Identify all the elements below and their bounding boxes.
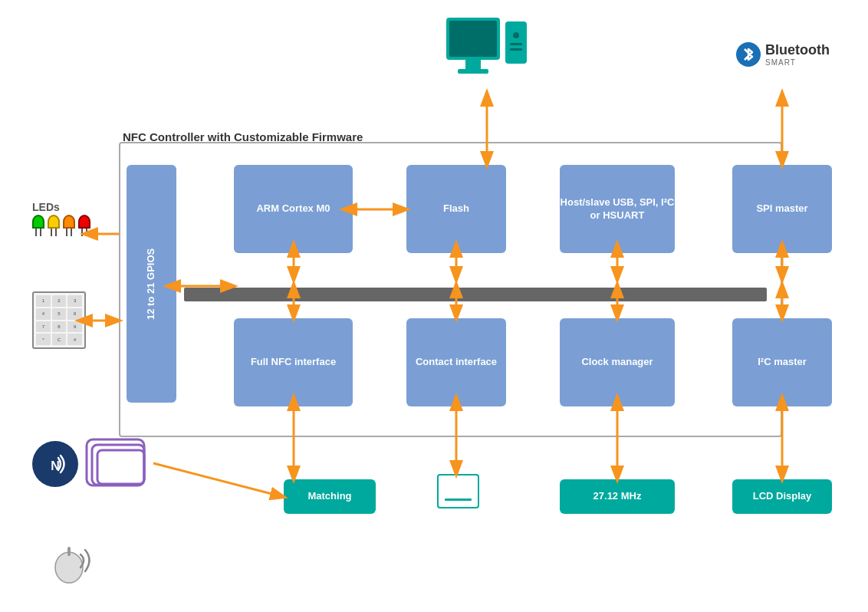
nfc-coils — [83, 428, 152, 497]
nfc-controller-label: NFC Controller with Customizable Firmwar… — [123, 130, 363, 143]
svg-rect-9 — [465, 60, 481, 69]
tap-icon — [42, 533, 104, 587]
svg-rect-10 — [458, 69, 488, 74]
led-orange — [63, 215, 75, 236]
spi-master-block: SPI master — [732, 165, 832, 253]
bus-line — [184, 288, 767, 301]
i2c-master-block: I²C master — [732, 318, 832, 406]
nfc-iface-block: Full NFC interface — [234, 318, 353, 406]
computer-icon — [442, 14, 531, 102]
led-container — [32, 215, 90, 236]
mhz-block: 27.12 MHz — [560, 479, 675, 514]
flash-block: Flash — [406, 165, 506, 253]
bluetooth-area: Bluetooth SMART — [736, 42, 830, 67]
led-yellow — [48, 215, 60, 236]
bluetooth-smart-label: SMART — [765, 58, 830, 67]
svg-point-5 — [55, 552, 83, 583]
bluetooth-icon — [736, 42, 761, 67]
svg-rect-13 — [510, 43, 522, 45]
nfc-logo: N — [32, 441, 78, 487]
svg-rect-4 — [97, 450, 144, 484]
lcd-block: LCD Display — [732, 479, 832, 514]
svg-rect-14 — [510, 48, 522, 51]
svg-line-33 — [153, 463, 284, 497]
gpio-block: 12 to 21 GPIOS — [127, 165, 176, 403]
led-green — [32, 215, 44, 236]
svg-rect-11 — [505, 21, 527, 64]
arm-block: ARM Cortex M0 — [234, 165, 353, 253]
diagram-container: NFC Controller with Customizable Firmwar… — [0, 0, 868, 612]
clock-block: Clock manager — [560, 318, 675, 406]
matching-block: Matching — [284, 479, 376, 514]
contact-block: Contact interface — [406, 318, 506, 406]
led-label: LEDs — [32, 201, 60, 213]
svg-rect-8 — [449, 21, 497, 57]
bluetooth-label: Bluetooth — [765, 42, 830, 58]
keypad: 1 2 3 4 5 6 7 8 9 * C # — [32, 291, 86, 349]
svg-point-12 — [513, 32, 519, 38]
led-red — [78, 215, 90, 236]
host-block: Host/slave USB, SPI, I²C or HSUART — [560, 165, 675, 253]
contact-card-icon — [437, 474, 479, 508]
